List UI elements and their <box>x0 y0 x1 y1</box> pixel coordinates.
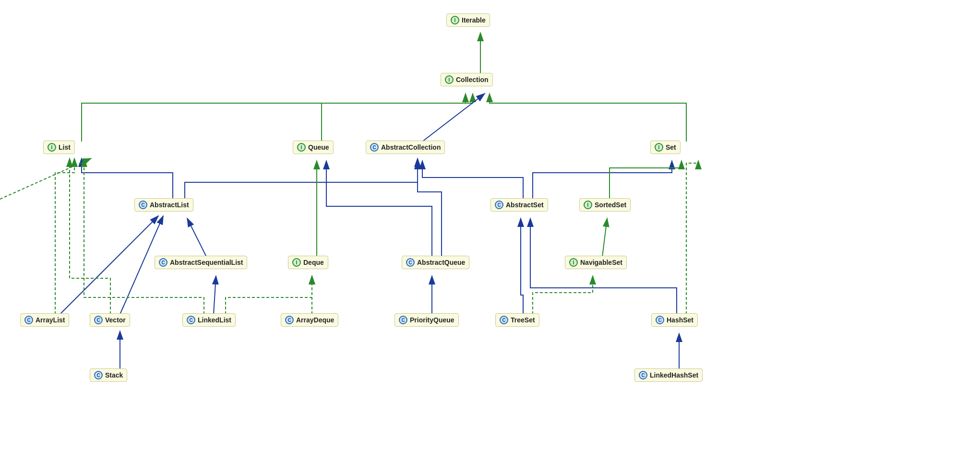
abstract-set-icon: C <box>495 201 503 209</box>
sorted-set-icon: I <box>584 201 592 209</box>
svg-line-4 <box>422 94 485 142</box>
deque-label: Deque <box>303 259 324 266</box>
node-navigable-set: I NavigableSet <box>565 256 627 269</box>
vector-label: Vector <box>105 316 126 324</box>
abstract-set-label: AbstractSet <box>506 201 544 209</box>
node-abstract-queue: C AbstractQueue <box>402 256 469 269</box>
hash-set-label: HashSet <box>667 316 693 324</box>
linked-hash-set-label: LinkedHashSet <box>650 371 698 379</box>
svg-line-12 <box>602 218 607 257</box>
node-linked-list: C LinkedList <box>182 313 236 327</box>
stack-icon: C <box>94 371 103 379</box>
set-label: Set <box>666 143 676 151</box>
priority-queue-icon: C <box>399 316 407 324</box>
iterable-label: Iterable <box>462 16 486 24</box>
list-label: List <box>59 143 71 151</box>
stack-label: Stack <box>105 371 123 379</box>
abstract-queue-icon: C <box>406 258 415 267</box>
vector-icon: C <box>94 316 103 324</box>
node-collection: I Collection <box>441 73 493 86</box>
node-hash-set: C HashSet <box>651 313 698 327</box>
collection-label: Collection <box>456 76 489 83</box>
queue-icon: I <box>297 143 306 152</box>
list-icon: I <box>48 143 56 152</box>
iterable-icon: I <box>451 16 459 24</box>
collection-icon: I <box>445 75 454 84</box>
navigable-set-label: NavigableSet <box>580 259 622 266</box>
node-deque: I Deque <box>288 256 328 269</box>
abstract-list-label: AbstractList <box>150 201 189 209</box>
tree-set-icon: C <box>500 316 508 324</box>
sorted-set-label: SortedSet <box>595 201 626 209</box>
array-list-icon: C <box>24 316 33 324</box>
node-sorted-set: I SortedSet <box>579 198 631 212</box>
node-set: I Set <box>650 141 681 154</box>
abstract-sequential-list-icon: C <box>159 258 167 267</box>
arrows-svg <box>0 0 980 450</box>
node-tree-set: C TreeSet <box>495 313 539 327</box>
abstract-collection-icon: C <box>370 143 379 152</box>
set-icon: I <box>655 143 663 152</box>
svg-line-8 <box>214 276 216 314</box>
node-abstract-collection: C AbstractCollection <box>366 141 445 154</box>
abstract-list-icon: C <box>139 201 147 209</box>
node-vector: C Vector <box>90 313 130 327</box>
linked-hash-set-icon: C <box>639 371 647 379</box>
array-list-label: ArrayList <box>36 316 65 324</box>
node-linked-hash-set: C LinkedHashSet <box>634 368 703 382</box>
node-queue: I Queue <box>293 141 334 154</box>
navigable-set-icon: I <box>569 258 578 267</box>
svg-line-7 <box>187 218 206 257</box>
linked-list-label: LinkedList <box>198 316 231 324</box>
node-abstract-sequential-list: C AbstractSequentialList <box>155 256 247 269</box>
deque-icon: I <box>292 258 301 267</box>
array-deque-icon: C <box>285 316 294 324</box>
array-deque-label: ArrayDeque <box>296 316 334 324</box>
queue-label: Queue <box>308 143 329 151</box>
node-stack: C Stack <box>90 368 127 382</box>
abstract-sequential-list-label: AbstractSequentialList <box>170 259 243 266</box>
node-array-list: C ArrayList <box>20 313 69 327</box>
diagram-container: I Iterable I Collection I List I Queue C… <box>0 0 980 450</box>
node-abstract-set: C AbstractSet <box>490 198 548 212</box>
node-iterable: I Iterable <box>446 13 490 27</box>
hash-set-icon: C <box>656 316 664 324</box>
priority-queue-label: PriorityQueue <box>410 316 454 324</box>
abstract-collection-label: AbstractCollection <box>381 143 441 151</box>
node-array-deque: C ArrayDeque <box>281 313 338 327</box>
node-priority-queue: C PriorityQueue <box>394 313 459 327</box>
svg-line-5 <box>0 158 91 199</box>
abstract-queue-label: AbstractQueue <box>417 259 465 266</box>
node-abstract-list: C AbstractList <box>134 198 193 212</box>
linked-list-icon: C <box>187 316 195 324</box>
tree-set-label: TreeSet <box>511 316 535 324</box>
node-list: I List <box>43 141 75 154</box>
